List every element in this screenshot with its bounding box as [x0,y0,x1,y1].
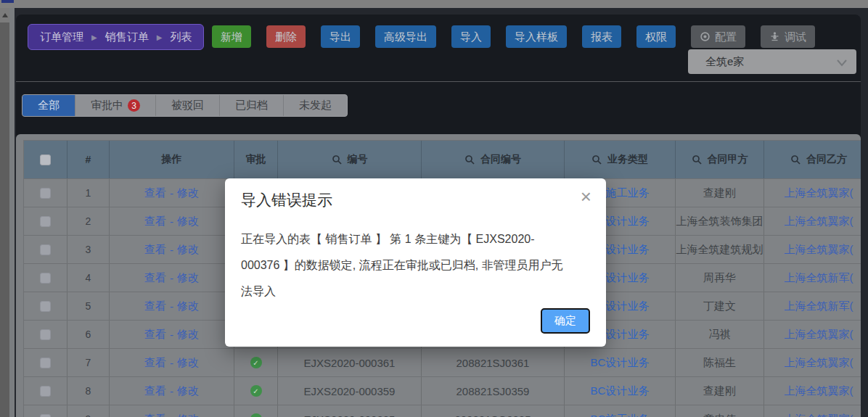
cell-index: 3 [67,236,110,263]
cell-text: 查建刚 [703,186,736,200]
breadcrumb-item: 列表 [170,30,192,44]
row-checkbox[interactable] [40,301,51,312]
edit-link[interactable]: 修改 [177,328,199,342]
tab-label: 已归档 [235,99,268,112]
header-label: 操作 [162,153,182,166]
cell-select [24,207,67,235]
cell-select [24,179,67,207]
toolbar-button-label: 调试 [785,25,806,48]
cell-biz_type: BC设计业务 [565,377,676,405]
scrollbar-up-button[interactable] [0,8,9,22]
toolbar-button-debug[interactable]: 调试 [761,25,815,48]
tab-label: 被驳回 [171,99,204,112]
header-contract_no: 合同编号 [422,141,565,178]
cell-party_a: 上海全筑建筑规划 [676,236,764,263]
header-select-all [24,141,67,178]
toolbar-button-import-template[interactable]: 导入样板 [506,25,567,48]
party-b-link[interactable]: 上海全筑翼家( [785,413,853,417]
tab-approving[interactable]: 审批中3 [75,95,155,116]
edit-link[interactable]: 修改 [177,186,199,200]
biz-type-link[interactable]: BC设计业务 [591,384,650,398]
scrollbar-up-arrow-icon [2,13,8,17]
toolbar-panel: 订单管理▶销售订单▶列表 新增删除导出高级导出导入导入样板报表权限配置调试 全筑… [16,15,861,137]
cell-action: 查看-修改 [110,207,234,235]
table-row: 7查看-修改✓EJXS2020-000361208821SJ0361BC设计业务… [24,348,861,376]
search-icon [332,154,343,165]
row-index: 7 [86,357,91,368]
edit-link[interactable]: 修改 [177,271,199,285]
view-link[interactable]: 查看 [144,384,166,398]
party-b-link[interactable]: 上海全筑新军( [785,300,853,313]
toolbar-button-label: 配置 [715,25,737,48]
edit-link[interactable]: 修改 [177,243,199,257]
cell-party_b: 上海全筑翼家( [764,321,861,348]
action-separator: - [170,329,173,341]
party-b-link[interactable]: 上海全筑翼家( [785,328,853,342]
company-dropdown-value: 全筑e家 [705,55,744,69]
party-b-link[interactable]: 上海全筑翼家( [785,186,853,200]
party-b-link[interactable]: 上海全筑翼家( [785,356,853,370]
row-checkbox[interactable] [40,216,51,227]
toolbar-button-advanced-export[interactable]: 高级导出 [375,25,436,48]
company-dropdown[interactable]: 全筑e家 [688,49,856,74]
view-link[interactable]: 查看 [144,243,166,257]
view-link[interactable]: 查看 [144,413,166,417]
toolbar-button-config[interactable]: 配置 [691,25,745,48]
party-b-link[interactable]: 上海全筑翼家( [785,215,853,228]
toolbar-button-permission[interactable]: 权限 [636,25,676,48]
left-scrollbar[interactable] [0,8,9,417]
view-link[interactable]: 查看 [144,328,166,342]
party-b-link[interactable]: 上海全筑翼家( [785,384,853,398]
tab-all[interactable]: 全部 [22,95,75,116]
party-b-link[interactable]: 上海全筑新军( [785,271,853,285]
ok-button[interactable]: 确定 [541,308,590,334]
debug-icon [769,31,780,42]
action-separator: - [170,385,173,397]
chevron-down-icon [836,57,848,70]
biz-type-link[interactable]: BC施工业务 [591,413,650,417]
cell-select [24,236,67,263]
toolbar-button-import[interactable]: 导入 [451,25,491,48]
biz-type-link[interactable]: BC设计业务 [591,356,650,370]
select-all-checkbox[interactable] [40,154,51,165]
row-index: 9 [86,413,91,417]
view-link[interactable]: 查看 [144,186,166,200]
cell-text: EJXS2020-000361 [304,357,396,369]
status-tabs: 全部审批中3被驳回已归档未发起 [22,94,348,117]
cell-party_b: 上海全筑新军( [764,292,861,320]
row-checkbox[interactable] [40,386,51,397]
search-icon [591,154,602,165]
toolbar-button-export[interactable]: 导出 [321,25,360,48]
row-checkbox[interactable] [40,414,51,417]
action-separator: - [170,272,173,284]
view-link[interactable]: 查看 [144,215,166,228]
scrollbar-thumb[interactable] [0,22,9,417]
view-link[interactable]: 查看 [144,271,166,285]
cell-text: 周再华 [703,271,736,285]
edit-link[interactable]: 修改 [177,356,199,370]
toolbar-button-delete[interactable]: 删除 [266,25,306,48]
tab-archived[interactable]: 已归档 [219,95,283,116]
header-index: # [67,141,110,178]
tab-not-started[interactable]: 未发起 [283,95,347,116]
party-b-link[interactable]: 上海全筑翼家( [785,243,853,257]
row-checkbox[interactable] [40,244,51,255]
cell-action: 查看-修改 [110,236,234,263]
view-link[interactable]: 查看 [144,356,166,370]
row-checkbox[interactable] [40,188,51,199]
cell-biz_type: BC施工业务 [565,405,676,417]
row-checkbox[interactable] [40,329,51,340]
header-label: 业务类型 [607,153,648,166]
toolbar-button-report[interactable]: 报表 [582,25,621,48]
toolbar-button-add[interactable]: 新增 [212,25,251,48]
edit-link[interactable]: 修改 [177,413,199,417]
edit-link[interactable]: 修改 [177,384,199,398]
cell-text: 陈福生 [703,356,736,370]
edit-link[interactable]: 修改 [177,215,199,228]
tab-rejected[interactable]: 被驳回 [155,95,219,116]
edit-link[interactable]: 修改 [177,300,199,313]
row-checkbox[interactable] [40,358,51,368]
row-checkbox[interactable] [40,273,51,284]
view-link[interactable]: 查看 [144,300,166,313]
close-icon[interactable]: × [581,186,591,208]
